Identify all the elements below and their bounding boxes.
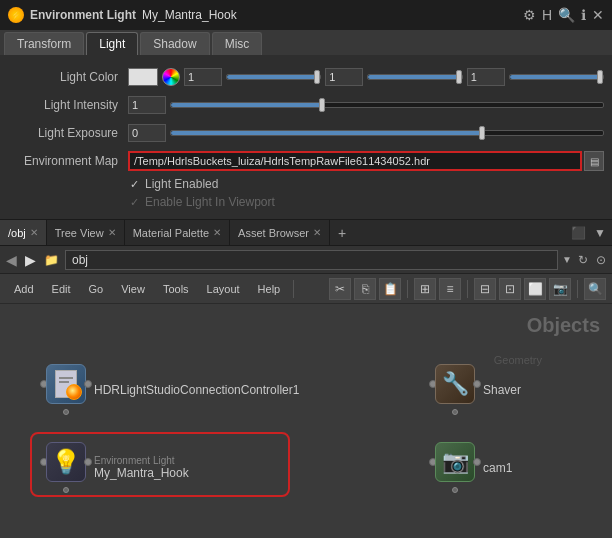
node-name: My_Mantra_Hook — [142, 8, 237, 22]
cam-text: cam1 — [483, 461, 512, 475]
hdr-icon — [46, 364, 86, 404]
cam-right-connector — [473, 458, 481, 466]
color-wheel-icon[interactable] — [162, 68, 180, 86]
tab-transform[interactable]: Transform — [4, 32, 84, 55]
toolbar-grid-icon[interactable]: ⊞ — [414, 278, 436, 300]
tab-misc[interactable]: Misc — [212, 32, 263, 55]
tab-asset-browser[interactable]: Asset Browser ✕ — [230, 220, 330, 245]
tab-obj-close[interactable]: ✕ — [30, 227, 38, 238]
exposure-input[interactable] — [128, 124, 166, 142]
forward-arrow-icon[interactable]: ▶ — [23, 252, 38, 268]
toolbar-window-icon[interactable]: ⊡ — [499, 278, 521, 300]
search-icon[interactable]: 🔍 — [558, 7, 575, 23]
layout-icon[interactable]: ⬛ — [569, 225, 588, 241]
toolbar-tools-btn[interactable]: Tools — [155, 281, 197, 297]
tab-tree-view[interactable]: Tree View ✕ — [47, 220, 125, 245]
top-panel: ⚡ Environment Light My_Mantra_Hook ⚙ H 🔍… — [0, 0, 612, 220]
tab-material-label: Material Palette — [133, 227, 209, 239]
toolbar-copy-icon[interactable]: ⎘ — [354, 278, 376, 300]
toolbar-snapshot-icon[interactable]: 📷 — [549, 278, 571, 300]
close-icon[interactable]: ✕ — [592, 7, 604, 23]
tab-material-palette[interactable]: Material Palette ✕ — [125, 220, 230, 245]
tab-obj[interactable]: /obj ✕ — [0, 220, 47, 245]
settings-icon[interactable]: ⚙ — [523, 7, 536, 23]
tab-tree-view-close[interactable]: ✕ — [108, 227, 116, 238]
properties-area: Light Color — [0, 55, 612, 219]
toolbar-list-icon[interactable]: ≡ — [439, 278, 461, 300]
hdr-icon-inner — [50, 368, 82, 400]
tab-asset-label: Asset Browser — [238, 227, 309, 239]
folder-icon: 📁 — [42, 252, 61, 268]
toolbar-cut-icon[interactable]: ✂ — [329, 278, 351, 300]
color-r-slider[interactable] — [226, 74, 321, 80]
color-g-slider[interactable] — [367, 74, 462, 80]
toolbar-bar: Add Edit Go View Tools Layout Help ✂ ⎘ 📋… — [0, 274, 612, 304]
toolbar-paste-icon[interactable]: 📋 — [379, 278, 401, 300]
envlight-text: Environment Light My_Mantra_Hook — [94, 455, 189, 480]
toolbar-layout-btn[interactable]: Layout — [199, 281, 248, 297]
envlight-sublabel: Environment Light — [94, 455, 189, 466]
tab-material-close[interactable]: ✕ — [213, 227, 221, 238]
color-b-slider[interactable] — [509, 74, 604, 80]
light-exposure-content — [128, 124, 604, 142]
color-swatch[interactable] — [128, 68, 158, 86]
color-b-input[interactable] — [467, 68, 505, 86]
shaver-right-connector — [473, 380, 481, 388]
toolbar-screen-icon[interactable]: ⬜ — [524, 278, 546, 300]
info-icon[interactable]: ℹ — [581, 7, 586, 23]
intensity-slider[interactable] — [170, 102, 604, 108]
light-exposure-label: Light Exposure — [8, 126, 128, 140]
title-bar: ⚡ Environment Light My_Mantra_Hook ⚙ H 🔍… — [0, 0, 612, 30]
enable-viewport-label[interactable]: Enable Light In Viewport — [145, 195, 275, 209]
envlight-icon: 💡 — [46, 442, 86, 482]
toolbar-search-icon[interactable]: 🔍 — [584, 278, 606, 300]
title-icon-buttons: ⚙ H 🔍 ℹ ✕ — [523, 7, 604, 23]
app-title: Environment Light — [30, 8, 136, 22]
envlight-right-connector — [84, 458, 92, 466]
shaver-label: Shaver — [483, 383, 521, 397]
envlight-bottom-dot — [63, 487, 69, 493]
toolbar-edit-btn[interactable]: Edit — [44, 281, 79, 297]
exposure-slider[interactable] — [170, 130, 604, 136]
tab-shadow[interactable]: Shadow — [140, 32, 209, 55]
light-color-row: Light Color — [0, 63, 612, 91]
toolbar-right-icons: ✂ ⎘ 📋 ⊞ ≡ ⊟ ⊡ ⬜ 📷 🔍 — [329, 278, 606, 300]
node-envlight[interactable]: 💡 Environment Light My_Mantra_Hook — [46, 442, 189, 493]
shaver-icon-glyph: 🔧 — [442, 371, 469, 397]
light-enabled-row: ✓ Light Enabled — [0, 175, 612, 193]
toolbar-add-btn[interactable]: Add — [6, 281, 42, 297]
toolbar-frame-icon[interactable]: ⊟ — [474, 278, 496, 300]
hdr-label: HDRLightStudioConnectionController1 — [94, 383, 299, 397]
path-input[interactable] — [65, 250, 558, 270]
color-g-input[interactable] — [325, 68, 363, 86]
tab-light[interactable]: Light — [86, 32, 138, 55]
env-map-folder-btn[interactable]: ▤ — [584, 151, 604, 171]
env-map-label: Environment Map — [8, 154, 128, 168]
env-map-input[interactable]: /Temp/HdrlsBuckets_luiza/HdrlsTempRawFil… — [128, 151, 582, 171]
envlight-label: My_Mantra_Hook — [94, 466, 189, 480]
shaver-text: Shaver — [483, 383, 521, 397]
nav-home-icon[interactable]: ⊙ — [594, 252, 608, 268]
exposure-slider-container — [170, 130, 604, 136]
envlight-icon-glyph: 💡 — [51, 448, 81, 476]
toolbar-go-btn[interactable]: Go — [81, 281, 112, 297]
tab-tree-view-label: Tree View — [55, 227, 104, 239]
node-editor-tabs: /obj ✕ Tree View ✕ Material Palette ✕ As… — [0, 220, 612, 246]
toolbar-sep2 — [407, 280, 408, 298]
node-shaver[interactable]: 🔧 Shaver — [435, 364, 521, 415]
back-arrow-icon[interactable]: ◀ — [4, 252, 19, 268]
toolbar-help-btn[interactable]: Help — [250, 281, 289, 297]
nav-refresh-icon[interactable]: ↻ — [576, 252, 590, 268]
color-r-input[interactable] — [184, 68, 222, 86]
node-hdr[interactable]: HDRLightStudioConnectionController1 — [46, 364, 299, 415]
help-h-icon[interactable]: H — [542, 7, 552, 23]
intensity-input[interactable] — [128, 96, 166, 114]
add-tab-btn[interactable]: + — [330, 225, 354, 241]
node-cam[interactable]: 📷 cam1 — [435, 442, 512, 493]
chevron-down-icon[interactable]: ▼ — [592, 225, 608, 241]
light-enabled-label[interactable]: Light Enabled — [145, 177, 218, 191]
toolbar-view-btn[interactable]: View — [113, 281, 153, 297]
path-dropdown-icon[interactable]: ▼ — [562, 254, 572, 265]
tab-asset-close[interactable]: ✕ — [313, 227, 321, 238]
light-intensity-content — [128, 96, 604, 114]
